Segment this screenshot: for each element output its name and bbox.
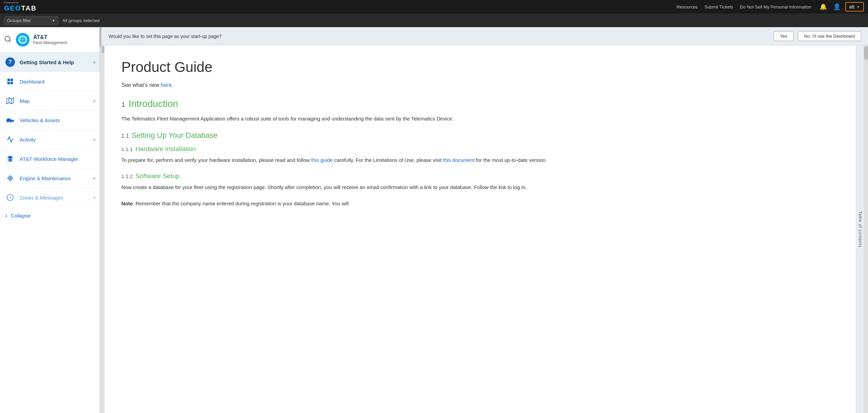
workforce-icon — [5, 154, 15, 164]
svg-point-19 — [7, 121, 8, 122]
this-document-link[interactable]: this document — [443, 157, 475, 163]
collapse-label: Collapse — [11, 213, 31, 219]
sidebar-item-label-dashboard: Dashboard — [20, 79, 96, 85]
sidebar-item-label-zones: Zones & Messages — [20, 195, 88, 201]
svg-point-23 — [13, 122, 14, 123]
groups-filter-label: Groups filter — [7, 18, 31, 23]
notifications-icon[interactable]: 🔔 — [818, 3, 828, 11]
getting-started-chevron: ∨ — [93, 60, 96, 64]
sidebar-scroll-thumb — [99, 27, 101, 48]
user-icon[interactable]: 👤 — [832, 3, 842, 11]
engine-icon — [5, 173, 15, 183]
geotab-brand: GEOTAB — [4, 4, 37, 12]
svg-point-25 — [9, 177, 11, 179]
sidebar-item-zones-messages[interactable]: Zones & Messages ∨ — [0, 188, 101, 207]
here-link[interactable]: here — [161, 82, 172, 88]
right-scrollbar-thumb — [864, 46, 868, 60]
section-1-1-1-body: To prepare for, perform and verify your … — [121, 156, 839, 164]
content-area: Product Guide See what's new here. 1 Int… — [102, 45, 868, 413]
svg-point-20 — [11, 121, 11, 122]
activity-chevron: ∨ — [93, 137, 96, 142]
subtitle-period: . — [172, 82, 173, 88]
sidebar-scrollbar[interactable] — [99, 27, 101, 413]
svg-rect-11 — [11, 82, 13, 84]
hardware-body-suffix: for the most up-to-date version. — [475, 157, 547, 163]
right-scrollbar[interactable] — [864, 45, 868, 413]
section-1-1-1-num: 1.1.1 — [121, 146, 133, 152]
this-guide-link[interactable]: this guide — [311, 157, 333, 163]
svg-rect-9 — [11, 79, 13, 81]
sidebar-item-map[interactable]: Map ∨ — [0, 91, 101, 111]
dashboard-icon — [5, 77, 15, 86]
section-1-1-header: 1.1 Setting Up Your Database — [121, 131, 839, 140]
svg-point-24 — [8, 176, 12, 180]
do-not-sell-link[interactable]: Do Not Sell My Personal Information — [740, 4, 811, 10]
section-1-1-2-body: Now create a database for your fleet usi… — [121, 183, 839, 191]
submit-tickets-link[interactable]: Submit Tickets — [705, 4, 733, 10]
note-body: : Remember that the company name entered… — [133, 201, 349, 206]
sidebar-item-getting-started[interactable]: ? Getting Started & Help ∨ — [0, 53, 101, 72]
map-icon — [5, 96, 15, 106]
section-1-1-2-header: 1.1.2 Software Setup — [121, 172, 839, 180]
brand-name-main: AT&T — [33, 34, 67, 40]
content-scrollbar-thumb — [102, 46, 104, 53]
activity-icon — [5, 135, 15, 144]
brand-logo: AT&T Fleet Management — [16, 33, 67, 47]
main-content: Would you like to set this page as your … — [102, 27, 868, 413]
sidebar-item-label-map: Map — [20, 98, 88, 104]
map-chevron: ∨ — [93, 98, 96, 103]
section-1-1-2-title: Software Setup — [135, 172, 179, 180]
startup-question: Would you like to set this page as your … — [108, 34, 770, 39]
svg-rect-10 — [7, 82, 10, 84]
sidebar-item-label-getting-started: Getting Started & Help — [20, 59, 88, 65]
no-dashboard-button[interactable]: No, I'll use the Dashboard — [798, 31, 861, 41]
top-bar: Powered by GEOTAB Resources Submit Ticke… — [0, 0, 868, 14]
sidebar-header: AT&T Fleet Management — [0, 27, 101, 53]
sidebar-item-vehicles-assets[interactable]: Vehicles & Assets — [0, 111, 101, 130]
sidebar-item-workforce[interactable]: AT&T Workforce Manager — [0, 149, 101, 169]
search-icon[interactable] — [4, 35, 12, 44]
collapse-button[interactable]: ‹ Collapse — [0, 207, 101, 224]
sidebar-item-label-vehicles: Vehicles & Assets — [20, 117, 96, 123]
top-bar-actions: 🔔 👤 att ▼ — [818, 2, 864, 12]
guide-subtitle: See what's new here. — [121, 82, 839, 88]
startup-banner: Would you like to set this page as your … — [102, 27, 868, 45]
content-left-scrollbar[interactable] — [102, 45, 104, 413]
subtitle-text: See what's new — [121, 82, 161, 88]
note-label: Note — [121, 201, 133, 206]
yes-button[interactable]: Yes — [774, 31, 794, 41]
top-bar-right: Resources Submit Tickets Do Not Sell My … — [677, 2, 864, 12]
svg-marker-12 — [7, 98, 14, 104]
section-1-1-num: 1.1 — [121, 133, 129, 139]
zones-icon — [5, 193, 15, 202]
section-1-body: The Telematics Fleet Management Applicat… — [121, 115, 839, 123]
collapse-icon: ‹ — [5, 212, 7, 219]
att-logo-icon — [16, 33, 30, 47]
sidebar-item-activity[interactable]: Activity ∨ — [0, 130, 101, 149]
vehicles-icon — [5, 115, 15, 125]
geotab-logo: Powered by GEOTAB — [4, 1, 37, 12]
guide-title: Product Guide — [121, 59, 839, 75]
brand-name: AT&T Fleet Management — [33, 34, 67, 45]
section-1-1-1-header: 1.1.1 Hardware Installation — [121, 145, 839, 153]
svg-line-1 — [9, 40, 11, 42]
groups-filter-select[interactable]: Groups filter ▼ — [4, 16, 58, 25]
section-1-title: Introduction — [129, 98, 178, 109]
toc-sidebar[interactable]: Table of contents — [856, 45, 864, 413]
zones-chevron: ∨ — [93, 195, 96, 200]
engine-chevron: ∨ — [93, 176, 96, 181]
account-dropdown[interactable]: att ▼ — [845, 2, 864, 12]
svg-point-0 — [5, 36, 10, 41]
svg-rect-21 — [12, 120, 14, 121]
sidebar-item-dashboard[interactable]: Dashboard — [0, 72, 101, 91]
hardware-body-prefix: To prepare for, perform and verify your … — [121, 157, 311, 163]
account-name: att — [849, 4, 855, 10]
hardware-body-mid: carefully. For the Limitations of Use, p… — [333, 157, 443, 163]
content-scroll[interactable]: Product Guide See what's new here. 1 Int… — [104, 45, 856, 413]
sidebar-item-engine-maintenance[interactable]: Engine & Maintenance ∨ — [0, 169, 101, 188]
sidebar-item-label-activity: Activity — [20, 137, 88, 143]
main-layout: AT&T Fleet Management ? Getting Started … — [0, 27, 868, 413]
resources-link[interactable]: Resources — [677, 4, 698, 10]
second-bar: Groups filter ▼ All groups selected — [0, 14, 868, 27]
account-chevron: ▼ — [856, 5, 860, 9]
